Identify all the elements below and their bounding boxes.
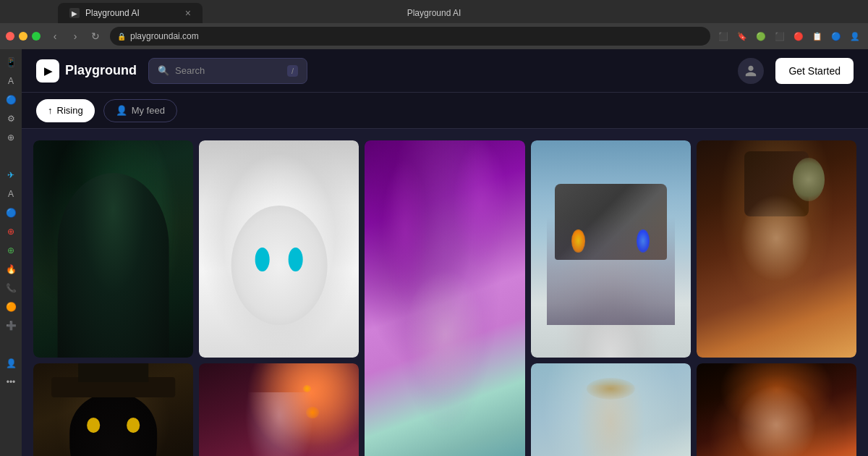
- sidebar-icon-2[interactable]: A: [4, 74, 18, 88]
- sidebar-icon-16[interactable]: •••: [4, 375, 18, 389]
- browser-tab[interactable]: ▶ Playground AI ×: [58, 3, 203, 23]
- browser-back-btn[interactable]: ‹: [46, 28, 64, 45]
- gallery-item-4[interactable]: [531, 140, 691, 358]
- url-bar[interactable]: 🔒 playgroundai.com: [110, 27, 710, 46]
- gallery-item-2[interactable]: [199, 140, 359, 358]
- browser-close-btn[interactable]: [6, 32, 14, 41]
- rising-filter[interactable]: ↑ Rising: [36, 99, 95, 122]
- my-feed-icon: 👤: [116, 105, 127, 116]
- ext-icon-6[interactable]: 📋: [810, 29, 825, 43]
- ext-icon-5[interactable]: 🔴: [791, 29, 806, 43]
- gallery-item-8[interactable]: [531, 363, 691, 456]
- tab-close-icon[interactable]: ×: [185, 7, 191, 19]
- browser-min-btn[interactable]: [19, 32, 27, 41]
- gallery-item-3[interactable]: [365, 140, 524, 456]
- filter-bar: ↑ Rising 👤 My feed: [22, 93, 868, 129]
- gallery-grid: [33, 140, 856, 456]
- get-started-button[interactable]: Get Started: [775, 58, 854, 84]
- ext-icon-7[interactable]: 🔵: [829, 29, 843, 43]
- ext-icon-3[interactable]: 🟢: [754, 29, 768, 43]
- gallery-item-9[interactable]: [697, 363, 856, 456]
- browser-reload-btn[interactable]: ↻: [87, 28, 104, 45]
- sidebar-icon-8[interactable]: 🔵: [4, 206, 18, 220]
- search-shortcut: /: [287, 65, 298, 77]
- lock-icon: 🔒: [117, 33, 126, 41]
- browser-left-sidebar: 📱 A 🔵 ⚙ ⊕ ✈ A 🔵 ⊕ ⊕ 🔥 📞 🟠 ➕ 👤 •••: [0, 49, 22, 456]
- logo-icon: ▶: [36, 59, 59, 83]
- rising-label: Rising: [57, 105, 83, 116]
- app-container: ▶ Playground 🔍 Search / Get Started ↑ Ri…: [22, 49, 868, 456]
- sidebar-icon-13[interactable]: 🟠: [4, 300, 18, 314]
- sidebar-icon-3[interactable]: 🔵: [4, 93, 18, 107]
- browser-page-title: Playground AI: [407, 8, 461, 18]
- sidebar-icon-1[interactable]: 📱: [4, 55, 18, 69]
- gallery-area: [22, 129, 868, 456]
- gallery-item-1[interactable]: [33, 140, 193, 358]
- profile-icon[interactable]: 👤: [848, 29, 862, 43]
- sidebar-icon-7[interactable]: A: [4, 187, 18, 201]
- sidebar-icon-12[interactable]: 📞: [4, 281, 18, 295]
- search-placeholder: Search: [175, 65, 205, 76]
- sidebar-icon-9[interactable]: ⊕: [4, 224, 18, 239]
- user-icon[interactable]: [738, 58, 764, 84]
- sidebar-icon-15[interactable]: 👤: [4, 356, 18, 371]
- gallery-item-7[interactable]: [199, 363, 359, 456]
- my-feed-label: My feed: [132, 105, 165, 116]
- gallery-item-6[interactable]: [33, 363, 193, 456]
- tab-title: Playground AI: [85, 8, 179, 18]
- tab-favicon: ▶: [69, 8, 80, 18]
- url-text: playgroundai.com: [130, 31, 199, 41]
- ext-icon-2[interactable]: 🔖: [735, 29, 749, 43]
- browser-forward-btn[interactable]: ›: [67, 28, 84, 45]
- sidebar-icon-14[interactable]: ➕: [4, 318, 18, 333]
- my-feed-filter[interactable]: 👤 My feed: [103, 99, 177, 122]
- sidebar-icon-6[interactable]: ✈: [4, 168, 18, 182]
- sidebar-icon-5[interactable]: ⊕: [4, 130, 18, 145]
- rising-icon: ↑: [48, 105, 53, 116]
- sidebar-icon-4[interactable]: ⚙: [4, 111, 18, 126]
- search-bar[interactable]: 🔍 Search /: [148, 58, 307, 84]
- app-logo: ▶ Playground: [36, 59, 137, 83]
- sidebar-icon-11[interactable]: 🔥: [4, 262, 18, 276]
- search-icon: 🔍: [158, 65, 169, 76]
- ext-icon-4[interactable]: ⬛: [773, 29, 787, 43]
- browser-max-btn[interactable]: [32, 32, 41, 41]
- sidebar-icon-10[interactable]: ⊕: [4, 243, 18, 258]
- gallery-item-5[interactable]: [697, 140, 856, 358]
- ext-icon-1[interactable]: ⬛: [716, 29, 731, 43]
- app-header: ▶ Playground 🔍 Search / Get Started: [22, 49, 868, 93]
- app-name: Playground: [65, 63, 137, 78]
